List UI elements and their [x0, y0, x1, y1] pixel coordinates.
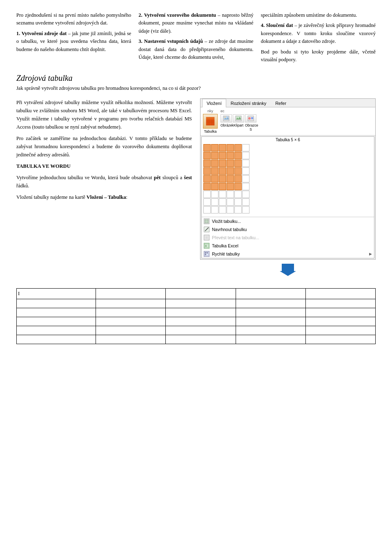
grid-cell-5-5[interactable] [234, 175, 242, 182]
grid-cell-1-1[interactable] [203, 144, 211, 151]
col1-p1: Pro zjednodušení si na první místo našeh… [16, 11, 131, 27]
image-icon [223, 116, 229, 121]
svg-rect-5 [206, 117, 209, 120]
grid-cell-6-5[interactable] [234, 183, 242, 190]
grid-cell-4-6[interactable] [242, 167, 249, 175]
ribbon-left-area: nky Tabul [203, 109, 218, 133]
grid-cell-7-3[interactable] [219, 191, 226, 198]
tab-refer[interactable]: Refer [271, 99, 291, 107]
table-row-5 [17, 326, 376, 335]
grid-cell-1-4[interactable] [227, 144, 234, 151]
grid-cell-3-6[interactable] [242, 160, 249, 167]
svg-marker-35 [280, 264, 296, 276]
grid-cell-7-1[interactable] [203, 191, 211, 198]
grid-cell-4-3[interactable] [219, 167, 226, 175]
grid-cell-9-3[interactable] [219, 206, 226, 214]
grid-cell-5-1[interactable] [203, 175, 211, 182]
grid-cell-3-1[interactable] [203, 160, 211, 167]
tab-rozlozeni[interactable]: Rozložení stránky [226, 99, 271, 107]
table-cell-6-1 [17, 335, 96, 344]
grid-cell-9-2[interactable] [211, 206, 218, 214]
grid-cell-6-6[interactable] [242, 183, 249, 190]
column-1: Pro zjednodušení si na první místo našeh… [16, 11, 131, 66]
grid-cell-1-6[interactable] [242, 144, 249, 151]
grid-cell-4-2[interactable] [211, 167, 218, 175]
grid-cell-7-6[interactable] [242, 191, 249, 198]
menu-item-rychle-tabulky[interactable]: Rychlé tabulky ▶ [202, 250, 374, 258]
table-cell-6-3 [166, 335, 236, 344]
grid-cell-2-2[interactable] [211, 152, 218, 159]
grid-cell-2-3[interactable] [219, 152, 226, 159]
table-cell-2-2 [96, 299, 166, 308]
clipart-icon [235, 116, 242, 121]
table-cell-5-5 [305, 326, 375, 335]
top-three-columns: Pro zjednodušení si na první místo našeh… [16, 11, 376, 66]
grid-cell-3-3[interactable] [219, 160, 226, 167]
grid-cell-6-1[interactable] [203, 183, 211, 190]
table-cell-1-5 [305, 288, 375, 299]
grid-cell-7-2[interactable] [211, 191, 218, 198]
grid-cell-8-5[interactable] [234, 198, 242, 206]
grid-cell-5-3[interactable] [219, 175, 226, 182]
grid-cell-5-2[interactable] [211, 175, 218, 182]
grid-cell-4-5[interactable] [234, 167, 242, 175]
small-icon-2[interactable] [233, 114, 244, 122]
grid-cell-1-5[interactable] [234, 144, 242, 151]
left-p2: Pro začátek se zaměříme na jednoduchou d… [16, 134, 192, 159]
table-cell-1-4 [236, 288, 305, 299]
menu-item-vlozit-tabulku[interactable]: Vložit tabulku... [202, 217, 374, 225]
grid-cell-7-5[interactable] [234, 191, 242, 198]
grid-cell-6-3[interactable] [219, 183, 226, 190]
table-icon [206, 117, 215, 126]
grid-cell-5-4[interactable] [227, 175, 234, 182]
column-2: 2. Vytvoření vzorového dokumentu – napro… [138, 11, 253, 66]
icon-labels-row: Obrázek Klipart Obrazce S [220, 123, 256, 131]
svg-text:X: X [205, 245, 207, 247]
grid-cell-6-2[interactable] [211, 183, 218, 190]
grid-cell-9-1[interactable] [203, 206, 211, 214]
small-icon-3[interactable] [245, 114, 256, 122]
navrhnout-icon [204, 227, 209, 232]
menu-item-navrhnout[interactable]: Navrhnout tabulku [202, 225, 374, 234]
col2-p2: 3. Nastavení vstupních údajů – ze zdroje… [138, 38, 253, 61]
grid-cell-1-3[interactable] [219, 144, 226, 151]
table-cell-1-2 [96, 288, 166, 299]
tabulka-button[interactable] [203, 114, 218, 129]
grid-cell-8-2[interactable] [211, 198, 218, 206]
grid-cell-2-6[interactable] [242, 152, 249, 159]
table-cell-4-3 [166, 317, 236, 326]
right-column: Vložení Rozložení stránky Refer nky [200, 98, 376, 282]
grid-cell-8-1[interactable] [203, 198, 211, 206]
menu-item-tabulka-excel[interactable]: X Tabulka Excel [202, 242, 374, 250]
grid-cell-3-2[interactable] [211, 160, 218, 167]
grid-cell-1-2[interactable] [211, 144, 218, 151]
grid-cell-9-5[interactable] [234, 206, 242, 214]
table-grid-title: Tabulka 5 × 6 [202, 137, 374, 143]
table-cell-3-1 [17, 308, 96, 317]
table-cell-2-4 [236, 299, 305, 308]
grid-cell-5-6[interactable] [242, 175, 249, 182]
rychle-tabulky-icon [204, 251, 209, 257]
grid-cell-9-4[interactable] [227, 206, 234, 214]
svg-point-16 [248, 117, 251, 120]
table-cell-4-5 [305, 317, 375, 326]
grid-cell-3-4[interactable] [227, 160, 234, 167]
table-cell-6-2 [96, 335, 166, 344]
prevest-icon [204, 235, 209, 240]
table-grid-area [202, 143, 374, 216]
grid-cell-3-5[interactable] [234, 160, 242, 167]
tab-vložení[interactable]: Vložení [202, 99, 226, 107]
grid-cell-8-6[interactable] [242, 198, 249, 206]
grid-cell-4-4[interactable] [227, 167, 234, 175]
svg-rect-32 [205, 252, 206, 254]
grid-cell-2-4[interactable] [227, 152, 234, 159]
small-icon-1[interactable] [220, 114, 232, 122]
grid-cell-8-3[interactable] [219, 198, 226, 206]
grid-cell-6-4[interactable] [227, 183, 234, 190]
grid-cell-2-5[interactable] [234, 152, 242, 159]
grid-cell-9-6[interactable] [242, 206, 249, 214]
grid-cell-7-4[interactable] [227, 191, 234, 198]
grid-cell-8-4[interactable] [227, 198, 234, 206]
grid-cell-2-1[interactable] [203, 152, 211, 159]
grid-cell-4-1[interactable] [203, 167, 211, 175]
